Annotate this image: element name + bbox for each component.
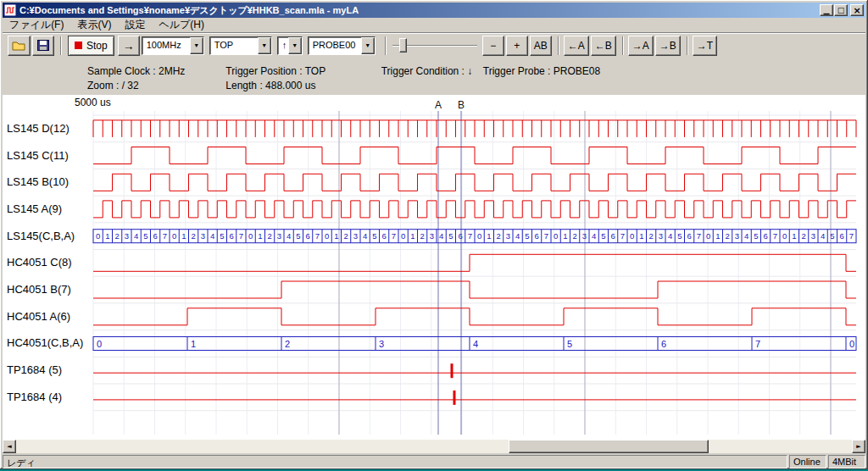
close-button[interactable]: ×	[850, 4, 864, 16]
svg-text:2: 2	[285, 339, 290, 349]
svg-text:5: 5	[754, 231, 758, 241]
svg-text:1: 1	[105, 231, 109, 241]
chevron-down-icon[interactable]: ▼	[361, 37, 375, 54]
channel-label: HC4051(C,B,A)	[7, 336, 83, 350]
svg-text:1: 1	[639, 231, 643, 241]
trigger-edge-select[interactable]: ↑ ▼	[277, 36, 303, 55]
app-window: C:¥Documents and Settings¥noname¥デスクトップ¥…	[0, 0, 868, 469]
svg-text:6: 6	[381, 231, 386, 241]
zoom-out-button[interactable]: −	[482, 36, 504, 56]
svg-text:4: 4	[134, 231, 138, 241]
toolbar-separator	[385, 36, 387, 55]
length-info: Length : 488.000 us	[225, 80, 315, 91]
svg-text:2: 2	[114, 231, 119, 241]
svg-text:6: 6	[763, 231, 767, 241]
svg-text:1: 1	[715, 231, 720, 241]
status-bar: レディ Online 4MBit	[3, 455, 865, 468]
sample-clock-info: Sample Clock : 2MHz	[87, 65, 223, 77]
svg-text:7: 7	[620, 231, 625, 241]
save-button[interactable]	[32, 36, 54, 56]
menu-view[interactable]: 表示(V)	[70, 17, 118, 33]
minimize-button[interactable]: ▁	[820, 4, 833, 16]
trigger-probe-select[interactable]: PROBE00 ▼	[308, 36, 376, 55]
svg-text:2: 2	[267, 231, 271, 241]
svg-text:7: 7	[315, 231, 320, 241]
svg-text:3: 3	[811, 231, 815, 241]
svg-text:1: 1	[792, 231, 796, 241]
status-online: Online	[789, 455, 826, 468]
jump-left-to-a-button[interactable]: ←A	[564, 36, 589, 56]
trigger-position-select[interactable]: TOP ▼	[209, 36, 272, 55]
title-bar: C:¥Documents and Settings¥noname¥デスクトップ¥…	[3, 3, 865, 18]
svg-text:0: 0	[325, 231, 329, 241]
scroll-right-button[interactable]: ►	[852, 440, 865, 453]
chevron-down-icon[interactable]: ▼	[288, 37, 302, 54]
toolbar-separator	[558, 36, 559, 55]
open-file-button[interactable]	[8, 36, 31, 56]
app-icon	[4, 4, 16, 16]
svg-text:4: 4	[668, 231, 672, 241]
svg-text:0: 0	[172, 231, 176, 241]
svg-text:1: 1	[181, 231, 186, 241]
jump-left-to-b-button[interactable]: ←B	[591, 36, 616, 56]
svg-text:4: 4	[287, 231, 291, 241]
jump-right-to-a-button[interactable]: →A	[628, 36, 654, 56]
trigger-probe-info: Trigger Probe : PROBE08	[483, 65, 600, 77]
horizontal-scrollbar[interactable]: ◄ ►	[3, 440, 865, 453]
svg-text:2: 2	[801, 231, 805, 241]
svg-text:3: 3	[379, 339, 384, 349]
svg-text:7: 7	[544, 231, 548, 241]
floppy-disk-icon	[37, 40, 49, 51]
svg-text:1: 1	[487, 231, 491, 241]
svg-text:0: 0	[554, 231, 558, 241]
channel-label: HC4051 A(6)	[7, 310, 70, 324]
channel-label: TP1684 (4)	[7, 391, 62, 404]
svg-text:6: 6	[610, 231, 615, 241]
svg-text:7: 7	[239, 231, 243, 241]
svg-text:4: 4	[515, 231, 520, 241]
svg-text:2: 2	[648, 231, 653, 241]
menu-settings[interactable]: 設定	[118, 17, 152, 33]
svg-text:0: 0	[477, 231, 481, 241]
svg-text:2: 2	[496, 231, 500, 241]
status-message: レディ	[3, 455, 787, 468]
stop-button[interactable]: Stop	[68, 36, 114, 56]
svg-text:5: 5	[601, 231, 605, 241]
channel-label: LS145(C,B,A)	[7, 230, 75, 243]
zoom-info: Zoom : / 32	[87, 80, 223, 91]
chevron-down-icon[interactable]: ▼	[190, 37, 203, 54]
jump-right-to-b-button[interactable]: →B	[655, 36, 681, 56]
svg-text:1: 1	[410, 231, 415, 241]
sample-rate-select[interactable]: 100MHz ▼	[142, 36, 204, 55]
trigger-edge-value: ↑	[278, 37, 288, 54]
menu-help[interactable]: ヘルプ(H)	[152, 17, 211, 33]
svg-text:4: 4	[363, 231, 367, 241]
status-memory: 4MBit	[828, 455, 865, 468]
svg-text:4: 4	[744, 231, 748, 241]
waveform-pane[interactable]: 5000 us A B 0123456701234567012345670123…	[3, 95, 865, 440]
toolbar: Stop → 100MHz ▼ TOP ▼ ↑ ▼ PROBE00 ▼ − + …	[3, 32, 865, 58]
svg-text:7: 7	[697, 231, 701, 241]
scrollbar-track[interactable]	[16, 440, 852, 453]
channel-label: LS145 B(10)	[7, 175, 69, 189]
scrollbar-thumb[interactable]	[509, 440, 709, 453]
scroll-left-button[interactable]: ◄	[3, 440, 16, 453]
open-folder-icon	[12, 40, 26, 51]
maximize-button[interactable]: □	[834, 4, 848, 16]
waveform-canvas[interactable]: 0123456701234567012345670123456701234567…	[3, 95, 865, 440]
menu-file[interactable]: ファイル(F)	[3, 17, 70, 33]
svg-text:1: 1	[191, 339, 196, 349]
svg-text:0: 0	[248, 231, 253, 241]
zoom-slider-thumb[interactable]	[399, 38, 407, 53]
ab-cursors-button[interactable]: AB	[530, 36, 552, 56]
zoom-in-button[interactable]: +	[506, 36, 528, 56]
channel-label: LS145 D(12)	[7, 122, 70, 136]
svg-text:2: 2	[572, 231, 576, 241]
sample-rate-value: 100MHz	[142, 37, 190, 54]
run-button[interactable]: →	[118, 36, 140, 56]
svg-text:3: 3	[582, 231, 587, 241]
channel-label: HC4051 C(8)	[7, 256, 72, 269]
jump-to-trigger-button[interactable]: →T	[693, 36, 717, 56]
zoom-slider[interactable]	[392, 36, 477, 55]
chevron-down-icon[interactable]: ▼	[258, 37, 271, 54]
